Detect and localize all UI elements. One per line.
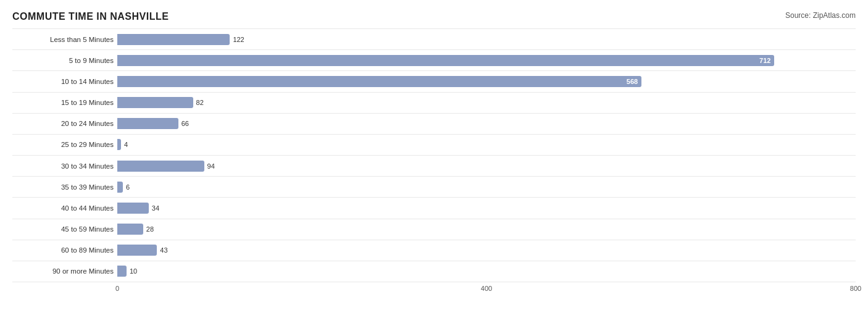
bar-value-label: 43 [160,246,167,254]
bar-value-label: 66 [182,120,189,127]
bar-value-label: 122 [233,36,244,43]
row-label: 5 to 9 Minutes [12,57,117,64]
bar-row: 35 to 39 Minutes6 [12,176,856,197]
bar-area: 4 [117,135,856,155]
bar-area: 94 [117,156,856,176]
bar-row: 10 to 14 Minutes568 [12,70,856,91]
chart-title: COMMUTE TIME IN NASHVILLE [12,11,169,22]
bar-area: 568 [117,71,856,91]
bar-value-label: 568 [627,78,638,85]
bar: 4 [117,139,121,150]
bar-value-label: 82 [196,99,204,106]
row-label: 30 to 34 Minutes [12,162,117,170]
bar: 34 [117,203,149,214]
bar-row: 20 to 24 Minutes66 [12,113,856,134]
bar-value-label: 10 [130,267,137,275]
bar: 82 [117,97,193,108]
bar-area: 6 [117,177,856,197]
x-tick: 0 [115,285,119,292]
bar-area: 34 [117,198,856,218]
bar-value-label: 4 [124,141,128,148]
bar-value-label: 34 [152,204,159,212]
bar-area: 122 [117,29,856,49]
bar-area: 28 [117,219,856,240]
bar-area: 712 [117,50,856,70]
row-label: Less than 5 Minutes [12,36,117,43]
bar-value-label: 94 [207,162,215,170]
chart-header: COMMUTE TIME IN NASHVILLE Source: ZipAtl… [12,11,856,22]
bar-row: Less than 5 Minutes122 [12,28,856,49]
bar-row: 25 to 29 Minutes4 [12,134,856,155]
bar-area: 10 [117,261,856,282]
chart-body: Less than 5 Minutes1225 to 9 Minutes7121… [12,28,856,285]
row-label: 60 to 89 Minutes [12,246,117,254]
row-label: 40 to 44 Minutes [12,204,117,212]
bar-row: 15 to 19 Minutes82 [12,92,856,113]
chart-source: Source: ZipAtlas.com [785,11,856,20]
bar-row: 40 to 44 Minutes34 [12,197,856,218]
row-label: 45 to 59 Minutes [12,225,117,233]
bar-value-label: 712 [759,57,770,64]
bar-row: 5 to 9 Minutes712 [12,49,856,70]
bar: 28 [117,224,143,235]
row-label: 35 to 39 Minutes [12,183,117,191]
bar-value-label: 6 [126,183,130,191]
bar-value-label: 28 [146,225,154,233]
row-label: 20 to 24 Minutes [12,120,117,127]
bar-area: 43 [117,240,856,261]
bar: 712 [117,55,774,66]
x-tick: 400 [481,285,492,292]
row-label: 25 to 29 Minutes [12,141,117,148]
row-label: 10 to 14 Minutes [12,78,117,85]
bar: 66 [117,118,178,129]
bar: 122 [117,34,230,45]
chart-container: COMMUTE TIME IN NASHVILLE Source: ZipAtl… [0,0,868,323]
bar: 568 [117,76,641,87]
bar-row: 45 to 59 Minutes28 [12,219,856,240]
bar-row: 30 to 34 Minutes94 [12,155,856,176]
bar: 6 [117,182,123,193]
row-label: 90 or more Minutes [12,267,117,275]
bar-row: 60 to 89 Minutes43 [12,240,856,261]
x-tick: 800 [850,285,861,292]
row-label: 15 to 19 Minutes [12,99,117,106]
bar-area: 66 [117,114,856,134]
bar: 43 [117,245,157,256]
bar-row: 90 or more Minutes10 [12,261,856,282]
bar-area: 82 [117,93,856,113]
bar: 10 [117,266,127,277]
bar: 94 [117,161,204,172]
rows-area: Less than 5 Minutes1225 to 9 Minutes7121… [12,28,856,282]
